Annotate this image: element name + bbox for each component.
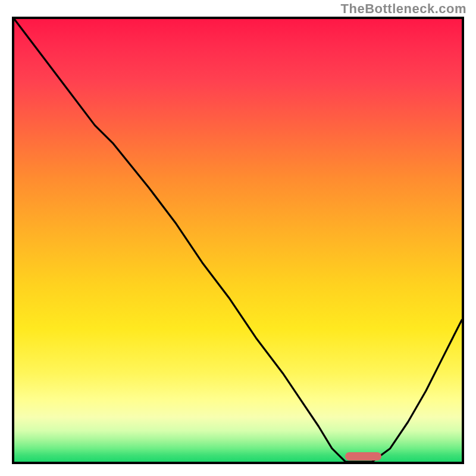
chart-area — [12, 17, 464, 464]
bottleneck-curve — [14, 19, 462, 462]
attribution-text: TheBottleneck.com — [341, 1, 466, 17]
curve-path — [14, 19, 462, 462]
optimal-range-marker — [345, 452, 381, 461]
